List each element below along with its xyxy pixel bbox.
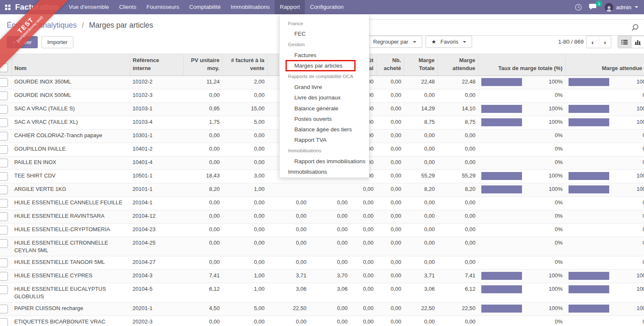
menu-item[interactable]: Grand livre [280, 82, 369, 92]
table-row[interactable]: HUILE ESSENTIELLE CANNELLE FEUILLE20104-… [0, 197, 644, 210]
row-checkbox[interactable] [0, 118, 8, 127]
messages-button[interactable]: 1 [589, 3, 598, 12]
cell: 0,00 [376, 183, 404, 197]
grid-icon [5, 4, 11, 10]
row-checkbox[interactable] [0, 132, 8, 141]
table-row[interactable]: PAPIER CUISSON recharge20201-14,505,0022… [0, 303, 644, 316]
menu-item[interactable]: Factures [280, 50, 369, 60]
cell: 8,75 [404, 116, 437, 130]
nav-item-clients[interactable]: Clients [114, 0, 141, 14]
table-row[interactable]: HUILE ESSENTIELLE EUCALYPTUS GLOBULUS201… [0, 283, 644, 303]
column-header[interactable]: Référence interne [130, 54, 183, 76]
progress-cell: 0% [478, 237, 565, 256]
table-row[interactable]: HUILE ESSENTIELLE CYPRES20104-37,411,003… [0, 270, 644, 283]
table-row[interactable]: HUILE ESSENTIELLE-CRYPTOMERIA20104-230,0… [0, 224, 644, 237]
row-select-cell [0, 143, 12, 156]
graph-view-button[interactable] [631, 36, 644, 48]
cell: 10102-2 [130, 76, 183, 89]
menu-item[interactable]: Rapport des immobilisations [280, 156, 369, 167]
table-row[interactable]: HUILE ESSENTIELLE CITRONNELLE CEYLAN 5ML… [0, 237, 644, 256]
nav-item-fournisseurs[interactable]: Fournisseurs [141, 0, 184, 14]
column-header[interactable]: Nom [12, 54, 130, 76]
row-checkbox[interactable] [0, 199, 8, 208]
progress-bar [569, 199, 609, 207]
row-checkbox[interactable] [0, 159, 8, 167]
row-checkbox[interactable] [0, 78, 8, 87]
column-header[interactable]: Taux de marge totale (%) [478, 54, 565, 76]
search-icon[interactable] [631, 23, 639, 32]
table-row[interactable]: HUILE ESSENTIELLE RAVINTSARA20104-120,00… [0, 210, 644, 224]
pager-range: 1-80 / 869 [558, 36, 584, 48]
column-header[interactable]: # facturé à la vente [222, 54, 267, 76]
cell: 0,00 [404, 210, 437, 224]
cell: 0,00 [404, 237, 437, 256]
table-row[interactable]: ARGILE VERTE 1KG20101-18,201,000,000,008… [0, 183, 644, 197]
cell: TEE SHIRT CDV [12, 170, 130, 183]
cell: 0,95 [183, 103, 222, 116]
progress-cell: 100% [478, 76, 565, 89]
menu-section-label: Rapports de comptabilité OCA [280, 71, 369, 81]
progress-bar [569, 285, 609, 293]
menu-item[interactable]: Balance âgée des tiers [280, 124, 369, 135]
nav-item-vue-d-ensemble[interactable]: Vue d'ensemble [64, 0, 114, 14]
progress-bar [481, 285, 522, 293]
activities-clock-icon[interactable] [574, 3, 582, 11]
cell: 10401-2 [130, 143, 183, 156]
row-checkbox[interactable] [0, 305, 8, 313]
row-checkbox[interactable] [0, 285, 8, 294]
column-header[interactable]: PV unitaire moy. [183, 54, 222, 76]
menu-item[interactable]: Balance générale [280, 103, 369, 113]
row-checkbox[interactable] [0, 272, 8, 281]
menu-item[interactable]: Marges par articles [280, 60, 369, 71]
import-button[interactable]: Importer [42, 36, 73, 48]
list-view-button[interactable] [618, 36, 631, 48]
cell: 0,00 [350, 283, 376, 303]
row-checkbox[interactable] [0, 226, 8, 235]
row-checkbox[interactable] [0, 145, 8, 154]
search-bar[interactable] [322, 19, 644, 36]
progress-value: 0% [555, 318, 563, 326]
apps-menu-icon[interactable] [0, 0, 15, 14]
progress-value: 100 [636, 78, 644, 86]
nav-item-immobilisations[interactable]: Immobilisations [226, 0, 275, 14]
cell: 8,20 [183, 183, 222, 197]
row-checkbox[interactable] [0, 318, 8, 326]
nav-item-rapport[interactable]: Rapport [275, 0, 305, 14]
cell: 5,00 [222, 116, 267, 130]
row-checkbox[interactable] [0, 212, 8, 221]
menu-item[interactable]: Postes ouverts [280, 114, 369, 124]
user-silhouette-icon [605, 5, 613, 12]
user-menu[interactable]: admin [605, 3, 638, 12]
group-by-button[interactable]: Regrouper par [367, 36, 422, 48]
progress-cell: 100% [478, 283, 565, 303]
cell: 20104-23 [130, 224, 183, 237]
cell: 0,00 [183, 210, 222, 224]
menu-item[interactable]: Livre des journaux [280, 92, 369, 103]
progress-cell: 0 [565, 224, 644, 237]
menu-item[interactable]: FEC [280, 29, 369, 39]
pager-next-button[interactable]: › [599, 36, 611, 48]
progress-bar [481, 145, 522, 153]
table-row[interactable]: HUILE ESSENTIELLE TANGOR 5ML20104-270,00… [0, 256, 644, 270]
menu-item[interactable]: Rapport TVA [280, 135, 369, 145]
row-checkbox[interactable] [0, 172, 8, 181]
column-header[interactable]: Marge Totale [404, 54, 437, 76]
nav-item-comptabilit-[interactable]: Comptabilité [184, 0, 226, 14]
table-row[interactable]: ETIQUETTES BICARBONATE VRAC20202-30,000,… [0, 316, 644, 326]
row-checkbox[interactable] [0, 185, 8, 194]
cell: 1,00 [222, 270, 267, 283]
row-checkbox[interactable] [0, 239, 8, 248]
column-header[interactable]: Nb. acheté [376, 54, 404, 76]
cell: 0,00 [376, 170, 404, 183]
column-header[interactable]: Marge attendue ( [565, 54, 644, 76]
column-header[interactable]: Marge attendue [437, 54, 478, 76]
pager-previous-button[interactable]: ‹ [587, 36, 599, 48]
menu-item[interactable]: Immobilisations [280, 167, 369, 177]
row-checkbox[interactable] [0, 91, 8, 100]
cell: 0,00 [404, 224, 437, 237]
highlight-box [286, 60, 356, 71]
row-checkbox[interactable] [0, 105, 8, 114]
favorites-button[interactable]: ★ Favoris [426, 36, 472, 48]
row-checkbox[interactable] [0, 258, 8, 267]
nav-item-configuration[interactable]: Configuration [305, 0, 348, 14]
